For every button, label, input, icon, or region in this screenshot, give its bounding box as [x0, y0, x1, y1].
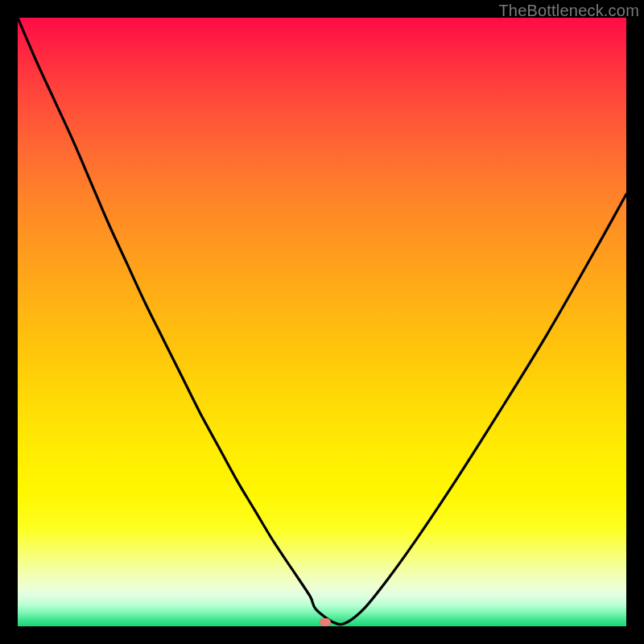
watermark-text: TheBottleneck.com	[498, 2, 639, 20]
optimal-marker	[320, 618, 331, 626]
bottleneck-curve	[18, 18, 626, 626]
chart-frame	[18, 18, 626, 626]
